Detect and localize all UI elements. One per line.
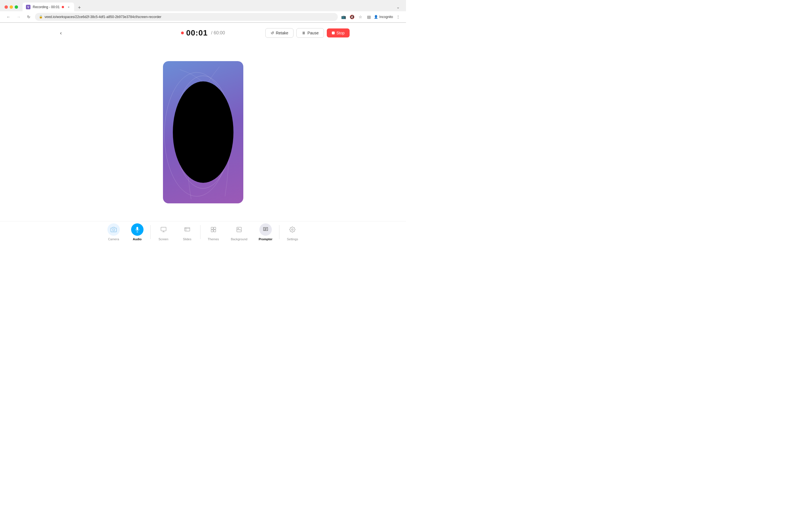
video-preview [163, 61, 243, 203]
profile-icon: 👤 [374, 15, 378, 19]
browser-chrome: V Recording - 00:01 × + ⌄ ← → ↻ 🔒 veed.i… [0, 0, 406, 23]
prompter-icon [262, 226, 269, 233]
lock-icon: 🔒 [39, 15, 43, 18]
address-text: veed.io/workspaces/22ce6d2f-38c5-4df1-a8… [45, 15, 161, 19]
toolbar-item-settings[interactable]: Settings [281, 222, 304, 242]
timer-max-value: 60:00 [214, 31, 225, 35]
traffic-light-minimize[interactable] [10, 5, 13, 9]
pause-label: Pause [307, 31, 319, 35]
svg-rect-6 [161, 227, 166, 231]
retake-icon: ↺ [271, 31, 274, 35]
camera-oval [173, 81, 234, 183]
themes-icon-wrap [207, 223, 220, 236]
browser-actions: 📺 🔇 ☆ ▤ 👤 Incognito ⋮ [340, 13, 402, 20]
camera-icon [110, 226, 117, 233]
pause-button[interactable]: ⏸ Pause [296, 28, 324, 38]
screen-label: Screen [158, 237, 168, 241]
svg-rect-9 [185, 227, 190, 231]
bottom-toolbar: Camera Audio [0, 221, 406, 244]
back-nav-button[interactable]: ← [4, 13, 12, 21]
stop-button[interactable]: Stop [327, 29, 350, 38]
background-icon-wrap [233, 223, 245, 236]
slides-label: Slides [183, 237, 192, 241]
slides-icon-wrap [181, 223, 193, 236]
svg-rect-15 [214, 230, 216, 231]
settings-icon-wrap [286, 223, 299, 236]
tab-close-button[interactable]: × [66, 5, 71, 9]
timer-section: 00:01 / 60:00 [181, 29, 225, 38]
svg-point-17 [238, 228, 239, 229]
retake-button[interactable]: ↺ Retake [265, 28, 294, 38]
more-button[interactable]: ⋮ [395, 13, 402, 20]
pause-icon: ⏸ [302, 31, 306, 35]
slides-icon [184, 226, 190, 233]
audio-label: Audio [133, 237, 142, 241]
forward-nav-button[interactable]: → [15, 13, 22, 21]
active-tab[interactable]: V Recording - 00:01 × [22, 3, 74, 11]
themes-icon [210, 226, 216, 233]
background-icon [236, 226, 242, 233]
toolbar-item-themes[interactable]: Themes [202, 222, 225, 242]
reading-view-button[interactable]: ▤ [365, 13, 372, 20]
recording-indicator [181, 32, 184, 34]
tab-recording-dot [62, 6, 64, 8]
traffic-light-close[interactable] [4, 5, 8, 9]
timer-max: / 60:00 [211, 31, 225, 36]
toolbar-item-slides[interactable]: Slides [175, 222, 199, 242]
toolbar-divider-1 [150, 225, 151, 239]
settings-icon [289, 226, 296, 233]
title-bar: V Recording - 00:01 × + ⌄ [0, 0, 406, 11]
toolbar-item-screen[interactable]: Screen [152, 222, 175, 242]
cast-button[interactable]: 📺 [340, 13, 347, 20]
camera-icon-wrap [107, 223, 120, 236]
svg-rect-3 [137, 227, 138, 230]
svg-point-2 [112, 229, 114, 231]
tab-title: Recording - 00:01 [33, 5, 59, 9]
address-field[interactable]: 🔒 veed.io/workspaces/22ce6d2f-38c5-4df1-… [35, 13, 338, 21]
controls-right: ↺ Retake ⏸ Pause Stop [265, 28, 350, 38]
themes-label: Themes [208, 237, 219, 241]
address-bar-row: ← → ↻ 🔒 veed.io/workspaces/22ce6d2f-38c5… [0, 11, 406, 22]
video-preview-container [163, 43, 243, 221]
prompter-label: Prompter [259, 237, 272, 241]
svg-point-21 [292, 229, 294, 230]
refresh-button[interactable]: ↻ [25, 13, 33, 21]
toolbar-divider-3 [279, 225, 280, 239]
svg-rect-14 [211, 230, 213, 231]
top-controls: ‹ 00:01 / 60:00 ↺ Retake ⏸ Pause Stop [0, 23, 406, 43]
microphone-icon [134, 226, 140, 233]
main-content: ‹ 00:01 / 60:00 ↺ Retake ⏸ Pause Stop [0, 23, 406, 244]
stop-label: Stop [336, 31, 345, 35]
toolbar-item-prompter[interactable]: Prompter [253, 222, 278, 242]
toolbar-item-background[interactable]: Background [225, 222, 253, 242]
stop-icon [332, 32, 335, 34]
toolbar-item-audio[interactable]: Audio [125, 222, 149, 242]
toolbar-item-camera[interactable]: Camera [102, 222, 125, 242]
timer-separator: / [211, 31, 212, 35]
svg-rect-13 [214, 227, 216, 229]
star-button[interactable]: ☆ [357, 13, 364, 20]
tab-favicon: V [26, 5, 31, 9]
expand-button[interactable]: ⌄ [395, 4, 402, 10]
timer-display: 00:01 [186, 29, 208, 38]
audio-icon-wrap [131, 223, 144, 236]
background-label: Background [231, 237, 248, 241]
incognito-badge: 👤 Incognito [374, 15, 393, 19]
new-tab-button[interactable]: + [75, 4, 83, 11]
retake-label: Retake [276, 31, 288, 35]
camera-label: Camera [108, 237, 119, 241]
incognito-label: Incognito [379, 15, 393, 19]
screen-icon [160, 226, 167, 233]
screen-icon-wrap [157, 223, 170, 236]
traffic-lights [4, 5, 18, 9]
traffic-light-maximize[interactable] [15, 5, 18, 9]
back-button[interactable]: ‹ [56, 29, 65, 38]
prompter-icon-wrap [259, 223, 272, 236]
svg-rect-12 [211, 227, 213, 229]
settings-label: Settings [287, 237, 298, 241]
no-mic-button[interactable]: 🔇 [349, 13, 355, 20]
